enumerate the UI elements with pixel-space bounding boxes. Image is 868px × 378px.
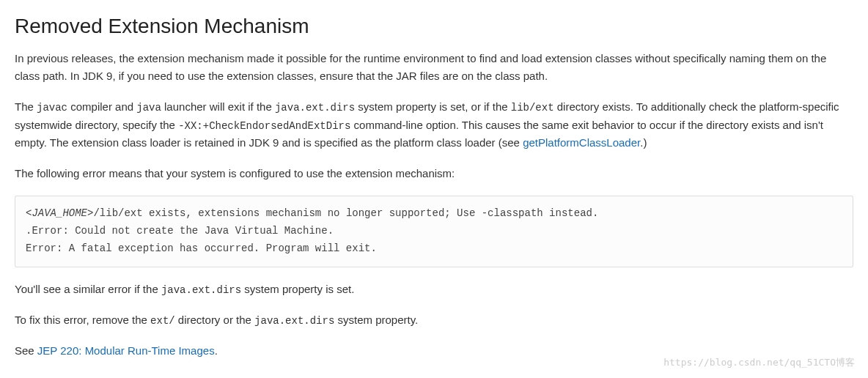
text: To fix this error, remove the (15, 314, 150, 326)
text: See (15, 344, 37, 357)
link-jep-220[interactable]: JEP 220: Modular Run-Time Images (37, 344, 215, 357)
code-java-ext-dirs: java.ext.dirs (275, 102, 355, 114)
page-title: Removed Extension Mechanism (15, 13, 853, 40)
intro-paragraph: In previous releases, the extension mech… (15, 50, 853, 85)
text: .) (640, 136, 647, 149)
code-java: java (136, 102, 161, 114)
see-also-paragraph: See JEP 220: Modular Run-Time Images. (15, 342, 853, 360)
similar-error-paragraph: You'll see a similar error if the java.e… (15, 281, 853, 298)
code-java-ext-dirs: java.ext.dirs (254, 315, 334, 327)
code-line: /lib/ext exists, extensions mechanism no… (93, 207, 598, 219)
text: . (215, 344, 218, 357)
text: directory or the (175, 314, 254, 326)
text: You'll see a similar error if the (15, 283, 161, 295)
code-ext: ext/ (150, 315, 175, 327)
code-java-ext-dirs: java.ext.dirs (161, 284, 241, 296)
error-intro-paragraph: The following error means that your syst… (15, 165, 853, 182)
code-java-home: <JAVA_HOME> (26, 207, 93, 219)
code-lib-ext: lib/ext (511, 102, 554, 114)
code-javac: javac (37, 102, 67, 114)
text: system property is set. (241, 283, 354, 295)
javac-java-paragraph: The javac compiler and java launcher wil… (15, 98, 853, 152)
error-code-block: <JAVA_HOME>/lib/ext exists, extensions m… (15, 196, 853, 267)
text: system property is set, or if the (355, 100, 511, 113)
code-xx-option: -XX:+CheckEndorsedAndExtDirs (178, 120, 350, 132)
text: launcher will exit if the (161, 100, 275, 113)
link-getplatformclassloader[interactable]: getPlatformClassLoader (523, 136, 640, 149)
fix-error-paragraph: To fix this error, remove the ext/ direc… (15, 311, 853, 329)
text: compiler and (67, 100, 136, 113)
text: The (15, 100, 37, 113)
text: system property. (334, 314, 418, 326)
code-line: Error: A fatal exception has occurred. P… (26, 242, 377, 254)
code-line: .Error: Could not create the Java Virtua… (26, 225, 334, 237)
